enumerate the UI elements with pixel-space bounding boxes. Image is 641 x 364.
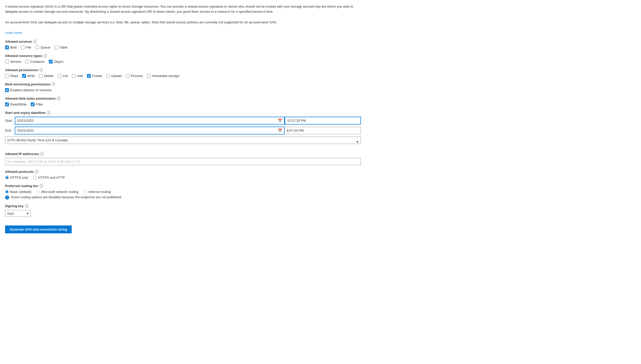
checkbox-add[interactable]: Add <box>72 74 83 78</box>
allowed-protocols-info-icon[interactable]: i <box>35 170 39 173</box>
checkbox-container[interactable]: Container <box>25 60 44 64</box>
checkbox-object-input[interactable] <box>49 60 53 64</box>
radio-microsoft-network-label: Microsoft network routing <box>41 190 78 194</box>
date-time-section: Start and expiry date/time i Start 📅 End… <box>5 111 361 147</box>
allowed-ip-input[interactable] <box>5 158 361 165</box>
allowed-resource-types-group: Service Container Object <box>5 60 361 64</box>
end-label: End <box>5 129 15 132</box>
checkbox-container-label: Container <box>30 60 44 64</box>
allowed-services-label: Allowed services i <box>5 40 361 43</box>
blob-index-label: Allowed blob index permissions i <box>5 97 361 100</box>
checkbox-object[interactable]: Object <box>49 60 64 64</box>
end-date-input[interactable] <box>15 127 284 134</box>
checkbox-readwrite-input[interactable] <box>5 102 9 106</box>
checkbox-filter-input[interactable] <box>31 102 35 106</box>
allowed-ip-info-icon[interactable]: i <box>40 152 44 156</box>
allowed-permissions-section: Allowed permissions i Read Write Delete … <box>5 68 361 78</box>
radio-basic[interactable]: Basic (default) <box>5 190 31 194</box>
checkbox-write-label: Write <box>27 74 35 78</box>
start-calendar-icon[interactable]: 📅 <box>278 118 282 123</box>
allowed-protocols-group: HTTPS only HTTPS and HTTP <box>5 176 361 179</box>
radio-microsoft-network[interactable]: Microsoft network routing <box>36 190 78 194</box>
timezone-select[interactable]: (UTC-08:00) Pacific Time (US & Canada) U… <box>5 136 361 144</box>
checkbox-table-input[interactable] <box>54 46 58 49</box>
learn-more-link[interactable]: Learn more <box>5 31 22 35</box>
radio-microsoft-network-input[interactable] <box>36 190 40 194</box>
checkbox-service[interactable]: Service <box>5 60 21 64</box>
checkbox-blob[interactable]: Blob <box>5 46 17 49</box>
signing-key-info-icon[interactable]: i <box>25 204 28 208</box>
checkbox-add-input[interactable] <box>72 74 76 78</box>
end-time-input[interactable] <box>285 127 361 134</box>
checkbox-write[interactable]: Write <box>22 74 35 78</box>
checkbox-read-input[interactable] <box>5 74 9 78</box>
checkbox-create-input[interactable] <box>87 74 91 78</box>
checkbox-filter[interactable]: Filter <box>31 102 43 106</box>
radio-internet-routing[interactable]: Internet routing <box>83 190 111 194</box>
routing-tier-section: Preferred routing tier i Basic (default)… <box>5 184 361 200</box>
radio-internet-routing-input[interactable] <box>83 190 87 194</box>
checkbox-list-label: List <box>63 74 68 78</box>
checkbox-enables-deletion[interactable]: Enables deletion of versions <box>5 88 52 92</box>
radio-basic-input[interactable] <box>5 190 9 194</box>
checkbox-file-input[interactable] <box>21 46 25 49</box>
radio-https-http[interactable]: HTTPS and HTTP <box>33 176 65 179</box>
checkbox-add-label: Add <box>77 74 83 78</box>
checkbox-list[interactable]: List <box>58 74 68 78</box>
allowed-protocols-section: Allowed protocols i HTTPS only HTTPS and… <box>5 170 361 179</box>
checkbox-process-label: Process <box>131 74 143 78</box>
checkbox-container-input[interactable] <box>25 60 29 64</box>
checkbox-service-input[interactable] <box>5 60 9 64</box>
checkbox-delete-label: Delete <box>44 74 54 78</box>
radio-internet-routing-label: Internet routing <box>88 190 111 194</box>
radio-https-http-input[interactable] <box>33 176 37 179</box>
checkbox-update[interactable]: Update <box>106 74 122 78</box>
checkbox-blob-input[interactable] <box>5 46 9 49</box>
allowed-resource-types-label: Allowed resource types i <box>5 54 361 58</box>
signing-key-section: Signing key i key1 key2 <box>5 204 361 217</box>
checkbox-file[interactable]: File <box>21 46 31 49</box>
allowed-services-info-icon[interactable]: i <box>33 40 37 43</box>
checkbox-queue-input[interactable] <box>35 46 39 49</box>
allowed-resource-types-info-icon[interactable]: i <box>43 54 47 57</box>
checkbox-queue[interactable]: Queue <box>35 46 50 49</box>
checkbox-readwrite[interactable]: Read/Write <box>5 102 27 106</box>
checkbox-process-input[interactable] <box>126 74 130 78</box>
checkbox-delete-input[interactable] <box>39 74 43 78</box>
checkbox-table[interactable]: Table <box>54 46 67 49</box>
blob-versioning-info-icon[interactable]: i <box>52 82 55 86</box>
blob-versioning-section: Blob versioning permissions i Enables de… <box>5 82 361 92</box>
checkbox-list-input[interactable] <box>58 74 62 78</box>
blob-versioning-label: Blob versioning permissions i <box>5 82 361 86</box>
start-date-wrapper: 📅 <box>15 117 285 125</box>
checkbox-readwrite-label: Read/Write <box>10 102 27 106</box>
checkbox-create[interactable]: Create <box>87 74 102 78</box>
blob-index-info-icon[interactable]: i <box>57 97 60 100</box>
allowed-permissions-info-icon[interactable]: i <box>39 68 43 72</box>
routing-tier-info-icon[interactable]: i <box>39 184 43 188</box>
checkbox-immutable[interactable]: Immutable storage <box>147 74 179 78</box>
checkbox-read[interactable]: Read <box>5 74 18 78</box>
end-date-wrapper: 📅 <box>15 127 285 134</box>
generate-sas-button[interactable]: Generate SAS and connection string <box>5 225 72 233</box>
checkbox-immutable-input[interactable] <box>147 74 151 78</box>
end-calendar-icon[interactable]: 📅 <box>278 128 282 132</box>
description-para2: An account-level SAS can delegate access… <box>5 20 361 25</box>
date-time-info-icon[interactable]: i <box>47 111 50 114</box>
checkbox-update-input[interactable] <box>106 74 110 78</box>
checkbox-service-label: Service <box>10 60 21 64</box>
radio-https-only[interactable]: HTTPS only <box>5 176 28 179</box>
start-date-input[interactable] <box>15 117 284 124</box>
checkbox-write-input[interactable] <box>22 74 26 78</box>
checkbox-delete[interactable]: Delete <box>39 74 54 78</box>
signing-key-wrapper: key1 key2 <box>5 210 30 217</box>
allowed-services-group: Blob File Queue Table <box>5 46 361 49</box>
radio-https-only-input[interactable] <box>5 176 9 179</box>
routing-tier-group: Basic (default) Microsoft network routin… <box>5 190 361 194</box>
start-time-input[interactable] <box>285 117 361 125</box>
checkbox-immutable-label: Immutable storage <box>152 74 179 78</box>
signing-key-select[interactable]: key1 key2 <box>5 210 30 217</box>
checkbox-process[interactable]: Process <box>126 74 143 78</box>
blob-index-group: Read/Write Filter <box>5 102 361 106</box>
checkbox-enables-deletion-input[interactable] <box>5 88 9 92</box>
